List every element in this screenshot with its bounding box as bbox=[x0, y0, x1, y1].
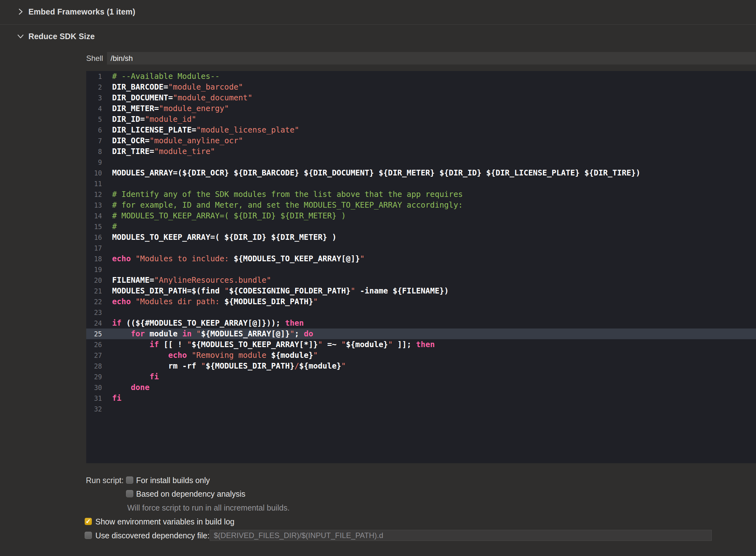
code-line[interactable]: 11 bbox=[86, 178, 756, 189]
code-text: FILENAME="AnylineResources.bundle" bbox=[102, 275, 271, 285]
code-text: MODULES_ARRAY=(${DIR_OCR} ${DIR_BARCODE}… bbox=[102, 168, 640, 177]
line-number: 1 bbox=[86, 71, 102, 82]
code-text: rm -rf "${MODULES_DIR_PATH}/${module}" bbox=[102, 361, 346, 371]
code-line[interactable]: 2DIR_BARCODE="module_barcode" bbox=[86, 82, 756, 93]
checkbox-based-on-dependency-analysis[interactable]: ✓ bbox=[126, 490, 133, 497]
code-text bbox=[102, 243, 112, 252]
code-text: echo "Removing module ${module}" bbox=[102, 351, 318, 360]
code-line[interactable]: 14# MODULES_TO_KEEP_ARRAY=( ${DIR_ID} ${… bbox=[86, 210, 756, 221]
code-text: # bbox=[102, 222, 117, 231]
code-text: # MODULES_TO_KEEP_ARRAY=( ${DIR_ID} ${DI… bbox=[102, 211, 346, 220]
use-discovered-dependency-file-label: Use discovered dependency file: bbox=[95, 531, 209, 540]
code-line[interactable]: 5DIR_ID="module_id" bbox=[86, 114, 756, 125]
shell-label: Shell bbox=[86, 52, 103, 65]
phase-header-reduce-sdk-size[interactable]: Reduce SDK Size bbox=[0, 28, 756, 45]
code-line[interactable]: 21MODULES_DIR_PATH=$(find "${CODESIGNING… bbox=[86, 286, 756, 296]
line-number: 31 bbox=[86, 393, 102, 404]
line-number: 19 bbox=[86, 265, 102, 275]
line-number: 7 bbox=[86, 136, 102, 146]
phase-header-embed-frameworks[interactable]: Embed Frameworks (1 item) bbox=[0, 3, 756, 21]
checkbox-for-install-builds-only[interactable]: ✓ bbox=[126, 477, 133, 484]
code-text: DIR_TIRE="module_tire" bbox=[102, 147, 215, 156]
line-number: 23 bbox=[86, 307, 102, 318]
code-line[interactable]: 18echo "Modules to include: ${MODULES_TO… bbox=[86, 253, 756, 264]
code-text: DIR_OCR="module_anyline_ocr" bbox=[102, 136, 243, 145]
code-text: echo "Modules to include: ${MODULES_TO_K… bbox=[102, 254, 365, 263]
code-line[interactable]: 32 bbox=[86, 404, 756, 414]
code-line[interactable]: 28 rm -rf "${MODULES_DIR_PATH}/${module}… bbox=[86, 361, 756, 372]
code-line[interactable]: 30 done bbox=[86, 382, 756, 393]
code-line[interactable]: 3DIR_DOCUMENT="module_document" bbox=[86, 93, 756, 103]
code-line[interactable]: 31fi bbox=[86, 393, 756, 404]
code-line[interactable]: 22echo "Modules dir path: ${MODULES_DIR_… bbox=[86, 296, 756, 307]
code-line[interactable]: 13# for example, ID and Meter, and set t… bbox=[86, 200, 756, 210]
code-line[interactable]: 7DIR_OCR="module_anyline_ocr" bbox=[86, 135, 756, 146]
line-number: 30 bbox=[86, 382, 102, 393]
code-line[interactable]: 1# --Available Modules-- bbox=[86, 71, 756, 82]
code-text: DIR_LICENSE_PLATE="module_license_plate" bbox=[102, 125, 299, 134]
code-text: # --Available Modules-- bbox=[102, 72, 220, 81]
line-number: 4 bbox=[86, 104, 102, 114]
run-script-label: Run script: bbox=[86, 476, 124, 485]
code-line[interactable]: 9 bbox=[86, 157, 756, 168]
line-number: 8 bbox=[86, 146, 102, 157]
code-line[interactable]: 10MODULES_ARRAY=(${DIR_OCR} ${DIR_BARCOD… bbox=[86, 168, 756, 178]
code-line[interactable]: 26 if [[ ! "${MODULES_TO_KEEP_ARRAY[*]}"… bbox=[86, 339, 756, 350]
code-text: DIR_ID="module_id" bbox=[102, 114, 196, 124]
line-number: 3 bbox=[86, 93, 102, 104]
line-number: 2 bbox=[86, 82, 102, 93]
line-number: 17 bbox=[86, 243, 102, 254]
code-text bbox=[102, 158, 112, 167]
code-line[interactable]: 27 echo "Removing module ${module}" bbox=[86, 350, 756, 361]
code-text: DIR_METER="module_energy" bbox=[102, 104, 229, 113]
code-text: if ((${#MODULES_TO_KEEP_ARRAY[@]})); the… bbox=[102, 318, 304, 327]
line-number: 5 bbox=[86, 114, 102, 125]
line-number: 9 bbox=[86, 157, 102, 168]
line-number: 13 bbox=[86, 200, 102, 211]
checkbox-use-discovered-dependency-file[interactable]: ✓ bbox=[85, 532, 92, 539]
code-line[interactable]: 12# Identify any of the SDK modules from… bbox=[86, 189, 756, 200]
line-number: 20 bbox=[86, 275, 102, 286]
line-number: 22 bbox=[86, 297, 102, 307]
line-number: 21 bbox=[86, 286, 102, 297]
code-text: # for example, ID and Meter, and set the… bbox=[102, 200, 463, 210]
code-text: fi bbox=[102, 372, 159, 381]
chevron-right-icon[interactable] bbox=[17, 8, 25, 16]
code-text: done bbox=[102, 383, 150, 392]
for-install-builds-only-label: For install builds only bbox=[136, 476, 210, 485]
phase-title: Reduce SDK Size bbox=[28, 28, 95, 45]
code-line[interactable]: 19 bbox=[86, 264, 756, 275]
code-line[interactable]: 8DIR_TIRE="module_tire" bbox=[86, 146, 756, 157]
code-text: echo "Modules dir path: ${MODULES_DIR_PA… bbox=[102, 297, 318, 306]
based-on-dependency-analysis-label: Based on dependency analysis bbox=[136, 489, 245, 498]
code-line[interactable]: 15# bbox=[86, 221, 756, 232]
code-line[interactable]: 4DIR_METER="module_energy" bbox=[86, 103, 756, 114]
line-number: 6 bbox=[86, 125, 102, 136]
line-number: 29 bbox=[86, 372, 102, 382]
code-line[interactable]: 29 fi bbox=[86, 372, 756, 382]
code-text: fi bbox=[102, 393, 122, 403]
code-text: if [[ ! "${MODULES_TO_KEEP_ARRAY[*]}" =~… bbox=[102, 340, 435, 349]
script-editor[interactable]: 1# --Available Modules--2DIR_BARCODE="mo… bbox=[86, 71, 756, 463]
code-line[interactable]: 24if ((${#MODULES_TO_KEEP_ARRAY[@]})); t… bbox=[86, 318, 756, 328]
line-number: 11 bbox=[86, 179, 102, 189]
chevron-down-icon[interactable] bbox=[17, 32, 25, 40]
line-number: 12 bbox=[86, 189, 102, 200]
incremental-builds-note: Will force script to run in all incremen… bbox=[127, 503, 290, 512]
code-line[interactable]: 25 for module in "${MODULES_ARRAY[@]}"; … bbox=[86, 328, 756, 339]
shell-input[interactable]: /bin/sh bbox=[107, 52, 756, 65]
line-number: 32 bbox=[86, 404, 102, 415]
code-line[interactable]: 20FILENAME="AnylineResources.bundle" bbox=[86, 275, 756, 286]
line-number: 16 bbox=[86, 232, 102, 243]
checkbox-show-environment-variables[interactable]: ✓ bbox=[85, 518, 92, 525]
line-number: 14 bbox=[86, 211, 102, 221]
line-number: 26 bbox=[86, 340, 102, 350]
code-line[interactable]: 23 bbox=[86, 307, 756, 318]
code-text: # Identify any of the SDK modules from t… bbox=[102, 189, 463, 199]
code-line[interactable]: 17 bbox=[86, 243, 756, 253]
code-text bbox=[102, 308, 112, 317]
dependency-file-input[interactable]: $(DERIVED_FILES_DIR)/$(INPUT_FILE_PATH).… bbox=[210, 530, 712, 541]
code-text: DIR_DOCUMENT="module_document" bbox=[102, 93, 252, 102]
code-line[interactable]: 6DIR_LICENSE_PLATE="module_license_plate… bbox=[86, 125, 756, 135]
code-line[interactable]: 16MODULES_TO_KEEP_ARRAY=( ${DIR_ID} ${DI… bbox=[86, 232, 756, 243]
